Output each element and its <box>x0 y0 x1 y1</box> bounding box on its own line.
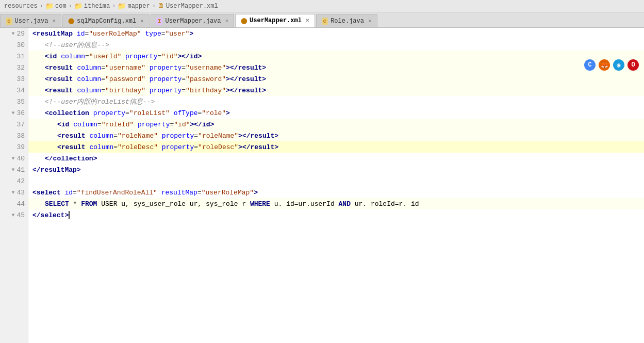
tab-close-sqlmapconfig[interactable]: × <box>140 18 144 24</box>
code-line-42 <box>28 175 644 187</box>
line-num-37: 37 <box>0 119 28 130</box>
text-cursor <box>69 211 70 219</box>
breadcrumb-sep-4: › <box>152 3 156 10</box>
code-line-29: <resultMap id="userRoleMap" type="user"> <box>28 28 644 39</box>
folder-icon-itheima: 📁 <box>74 2 82 10</box>
tab-usermapper-xml[interactable]: ⬤ UserMapper.xml × <box>235 14 315 27</box>
code-line-39: <result column="roleDesc" property="role… <box>28 141 644 153</box>
breadcrumb-item-resources: resources <box>4 3 38 10</box>
breadcrumb-sep-2: › <box>69 3 72 10</box>
code-line-40: </collection> <box>28 153 644 164</box>
code-content[interactable]: <resultMap id="userRoleMap" type="user">… <box>28 28 644 343</box>
fold-icon-41[interactable]: ▼ <box>11 167 14 173</box>
line-num-32: 32 <box>0 62 28 73</box>
tab-icon-role-java: c <box>322 18 328 25</box>
code-line-32: <result column="username" property="user… <box>28 62 644 73</box>
tab-usermapper-java[interactable]: I UserMapper.java × <box>151 14 234 27</box>
folder-icon-mapper: 📁 <box>118 2 126 10</box>
fold-icon-36[interactable]: ▼ <box>11 110 14 116</box>
code-line-35: <!--user内部的roleList信息--> <box>28 96 644 107</box>
firefox-icon[interactable]: 🦊 <box>599 59 610 71</box>
code-line-31: <id column="userId" property="id"></id> <box>28 51 644 62</box>
code-line-33: <result column="password" property="pass… <box>28 73 644 85</box>
tab-icon-user-java: c <box>6 18 12 25</box>
code-line-37: <id column="roleId" property="id"></id> <box>28 119 644 130</box>
tab-icon-usermapper-java: I <box>156 18 163 25</box>
tab-close-user-java[interactable]: × <box>52 18 56 24</box>
line-num-31: 31 <box>0 51 28 62</box>
chrome-icon[interactable]: C <box>584 59 596 71</box>
fold-icon-40[interactable]: ▼ <box>11 156 14 161</box>
line-num-42: 42 <box>0 175 28 187</box>
fold-icon-43[interactable]: ▼ <box>11 190 14 195</box>
line-num-45: ▼45 <box>0 209 28 221</box>
tab-icon-sqlmapconfig: ⬤ <box>68 18 74 24</box>
code-line-34: <result column="birthday" property="birt… <box>28 85 644 96</box>
tab-icon-usermapper-xml: ⬤ <box>241 18 247 24</box>
line-num-29: ▼29 <box>0 28 28 39</box>
breadcrumb-item-com: 📁 com <box>45 2 67 10</box>
code-line-44: SELECT * FROM USER u, sys_user_role ur, … <box>28 198 644 209</box>
line-num-33: 33 <box>0 73 28 85</box>
tab-close-usermapper-xml[interactable]: × <box>306 18 309 24</box>
line-num-41: ▼41 <box>0 164 28 175</box>
fold-icon-45[interactable]: ▼ <box>11 213 14 218</box>
safari-icon[interactable]: ◉ <box>613 59 624 71</box>
tab-user-java[interactable]: c User.java × <box>0 14 61 27</box>
code-line-30: <!--user的信息--> <box>28 39 644 51</box>
breadcrumb-item-mapper: 📁 mapper <box>118 2 150 10</box>
fold-icon-29[interactable]: ▼ <box>11 31 14 37</box>
folder-icon-com: 📁 <box>45 2 54 10</box>
breadcrumb-item-itheima: 📁 itheima <box>74 2 110 10</box>
line-num-30: 30 <box>0 39 28 51</box>
code-line-36: <collection property="roleList" ofType="… <box>28 107 644 119</box>
line-numbers: ▼29 30 31 32 33 34 35 ▼36 37 38 39 ▼40 ▼… <box>0 28 28 343</box>
breadcrumb: resources › 📁 com › 📁 itheima › 📁 mapper… <box>0 0 644 12</box>
xml-icon-usermapper: 🗎 <box>158 2 164 10</box>
breadcrumb-item-usermapper: 🗎 UserMapper.xml <box>158 2 218 10</box>
browser-icons: C 🦊 ◉ O <box>584 59 639 71</box>
line-num-44: 44 <box>0 198 28 209</box>
tab-close-role-java[interactable]: × <box>368 18 372 24</box>
line-num-40: ▼40 <box>0 153 28 164</box>
code-line-45: </select> <box>28 209 644 221</box>
breadcrumb-sep-1: › <box>40 3 43 10</box>
line-num-36: ▼36 <box>0 107 28 119</box>
line-num-39: 39 <box>0 141 28 153</box>
opera-icon[interactable]: O <box>628 59 639 71</box>
breadcrumb-sep-3: › <box>112 3 115 10</box>
line-num-34: 34 <box>0 85 28 96</box>
tab-close-usermapper-java[interactable]: × <box>225 18 229 24</box>
code-line-38: <result column="roleName" property="role… <box>28 130 644 141</box>
tab-role-java[interactable]: c Role.java × <box>316 14 377 27</box>
line-num-35: 35 <box>0 96 28 107</box>
line-num-38: 38 <box>0 130 28 141</box>
code-line-41: </resultMap> <box>28 164 644 175</box>
tab-sqlmapconfig[interactable]: ⬤ sqlMapConfig.xml × <box>62 14 150 27</box>
editor-area: ▼29 30 31 32 33 34 35 ▼36 37 38 39 ▼40 ▼… <box>0 28 644 343</box>
tab-bar: c User.java × ⬤ sqlMapConfig.xml × I Use… <box>0 12 644 28</box>
code-line-43: <select id="findUserAndRoleAll" resultMa… <box>28 187 644 198</box>
line-num-43: ▼43 <box>0 187 28 198</box>
